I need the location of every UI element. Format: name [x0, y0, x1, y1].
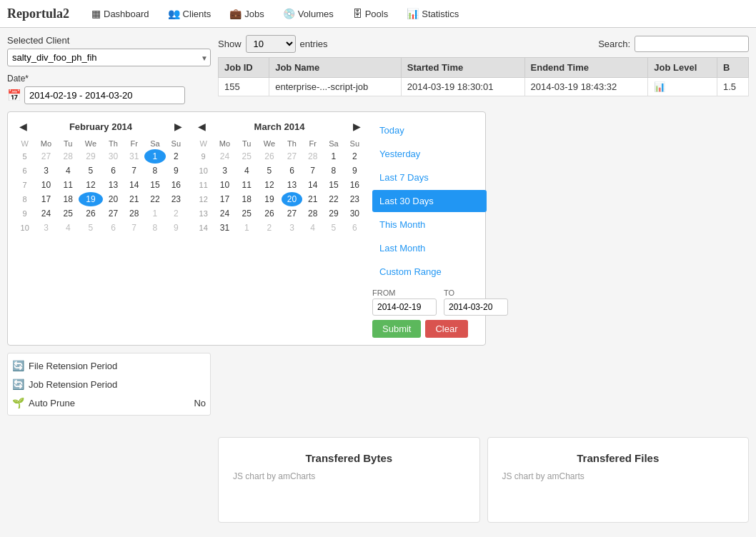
calendar-day[interactable]: 6 — [103, 164, 124, 178]
calendar-day[interactable]: 27 — [282, 149, 302, 164]
sidebar-item-auto-prune[interactable]: 🌱Auto PruneNo — [8, 393, 210, 412]
date-input[interactable] — [24, 86, 185, 104]
mar-prev-button[interactable]: ◀ — [194, 119, 210, 134]
calendar-day[interactable]: 15 — [144, 178, 165, 192]
calendar-day[interactable]: 13 — [282, 178, 302, 192]
calendar-day[interactable]: 29 — [79, 149, 103, 164]
calendar-day[interactable]: 24 — [34, 206, 57, 221]
calendar-day[interactable]: 17 — [34, 192, 57, 206]
mar-next-button[interactable]: ▶ — [349, 119, 365, 134]
calendar-day[interactable]: 16 — [166, 178, 186, 192]
calendar-day[interactable]: 6 — [282, 164, 302, 178]
calendar-day[interactable]: 27 — [34, 149, 57, 164]
quick-option-yesterday[interactable]: Yesterday — [372, 143, 487, 165]
calendar-day[interactable]: 12 — [257, 178, 282, 192]
calendar-day[interactable]: 28 — [302, 206, 323, 221]
quick-option-today[interactable]: Today — [372, 119, 487, 141]
nav-dashboard[interactable]: ▦ Dashboard — [84, 4, 157, 23]
calendar-day[interactable]: 22 — [144, 192, 165, 206]
submit-button[interactable]: Submit — [372, 320, 421, 338]
calendar-day[interactable]: 2 — [257, 221, 282, 235]
to-input[interactable] — [444, 298, 508, 316]
calendar-day[interactable]: 9 — [166, 164, 186, 178]
sidebar-item-job-retention[interactable]: 🔄Job Retension Period — [8, 375, 210, 393]
calendar-day[interactable]: 10 — [213, 178, 236, 192]
calendar-day[interactable]: 18 — [58, 192, 79, 206]
calendar-day[interactable]: 28 — [124, 206, 144, 221]
clear-button[interactable]: Clear — [425, 320, 467, 338]
calendar-day[interactable]: 22 — [323, 192, 344, 206]
calendar-day[interactable]: 1 — [323, 149, 344, 164]
calendar-day[interactable]: 5 — [257, 164, 282, 178]
calendar-day[interactable]: 26 — [257, 149, 282, 164]
calendar-day[interactable]: 19 — [257, 192, 282, 206]
calendar-day[interactable]: 14 — [124, 178, 144, 192]
calendar-day[interactable]: 26 — [257, 206, 282, 221]
calendar-day[interactable]: 24 — [213, 206, 236, 221]
show-select[interactable]: 10 25 50 100 — [246, 35, 296, 53]
nav-volumes[interactable]: 💿 Volumes — [275, 4, 342, 23]
nav-statistics[interactable]: 📊 Statistics — [399, 4, 467, 23]
calendar-day[interactable]: 3 — [213, 164, 236, 178]
quick-option-custom[interactable]: Custom Range — [372, 261, 487, 283]
calendar-day[interactable]: 27 — [103, 206, 124, 221]
feb-next-button[interactable]: ▶ — [170, 119, 186, 134]
from-input[interactable] — [372, 298, 437, 316]
nav-pools[interactable]: 🗄 Pools — [344, 4, 397, 23]
calendar-day[interactable]: 2 — [344, 149, 365, 164]
feb-prev-button[interactable]: ◀ — [15, 119, 31, 134]
quick-option-thismonth[interactable]: This Month — [372, 214, 487, 236]
calendar-day[interactable]: 21 — [302, 192, 323, 206]
calendar-day[interactable]: 24 — [213, 149, 236, 164]
client-select[interactable]: salty_div_foo_ph_fih — [7, 49, 211, 66]
calendar-day[interactable]: 11 — [58, 178, 79, 192]
calendar-day[interactable]: 5 — [79, 164, 103, 178]
calendar-day[interactable]: 30 — [344, 206, 365, 221]
calendar-day[interactable]: 31 — [124, 149, 144, 164]
calendar-day[interactable]: 19 — [79, 192, 103, 206]
nav-clients[interactable]: 👥 Clients — [160, 4, 219, 23]
calendar-day[interactable]: 3 — [282, 221, 302, 235]
nav-jobs[interactable]: 💼 Jobs — [222, 4, 272, 23]
calendar-day[interactable]: 3 — [34, 221, 57, 235]
quick-option-last7[interactable]: Last 7 Days — [372, 166, 487, 189]
calendar-day[interactable]: 26 — [79, 206, 103, 221]
calendar-day[interactable]: 10 — [34, 178, 57, 192]
calendar-icon[interactable]: 📅 — [7, 89, 21, 102]
calendar-day[interactable]: 8 — [144, 164, 165, 178]
calendar-day[interactable]: 21 — [124, 192, 144, 206]
calendar-day[interactable]: 13 — [103, 178, 124, 192]
calendar-day[interactable]: 27 — [282, 206, 302, 221]
calendar-day[interactable]: 20 — [282, 192, 302, 206]
calendar-day[interactable]: 5 — [323, 221, 344, 235]
calendar-day[interactable]: 8 — [323, 164, 344, 178]
calendar-day[interactable]: 6 — [103, 221, 124, 235]
calendar-day[interactable]: 18 — [237, 192, 257, 206]
calendar-day[interactable]: 4 — [58, 221, 79, 235]
calendar-day[interactable]: 28 — [302, 149, 323, 164]
calendar-day[interactable]: 23 — [344, 192, 365, 206]
search-input[interactable] — [635, 36, 749, 52]
calendar-day[interactable]: 16 — [344, 178, 365, 192]
calendar-day[interactable]: 1 — [144, 206, 165, 221]
calendar-day[interactable]: 8 — [144, 221, 165, 235]
calendar-day[interactable]: 6 — [344, 221, 365, 235]
calendar-day[interactable]: 2 — [166, 206, 186, 221]
calendar-day[interactable]: 25 — [237, 206, 257, 221]
calendar-day[interactable]: 4 — [237, 164, 257, 178]
calendar-day[interactable]: 17 — [213, 192, 236, 206]
calendar-day[interactable]: 5 — [79, 221, 103, 235]
calendar-day[interactable]: 25 — [237, 149, 257, 164]
calendar-day[interactable]: 7 — [302, 164, 323, 178]
calendar-day[interactable]: 30 — [103, 149, 124, 164]
quick-option-last30[interactable]: Last 30 Days — [372, 190, 487, 212]
calendar-day[interactable]: 4 — [58, 164, 79, 178]
calendar-day[interactable]: 3 — [34, 164, 57, 178]
calendar-day[interactable]: 4 — [302, 221, 323, 235]
calendar-day[interactable]: 1 — [144, 149, 165, 164]
calendar-day[interactable]: 25 — [58, 206, 79, 221]
calendar-day[interactable]: 28 — [58, 149, 79, 164]
calendar-day[interactable]: 7 — [124, 164, 144, 178]
calendar-day[interactable]: 29 — [323, 206, 344, 221]
calendar-day[interactable]: 2 — [166, 149, 186, 164]
